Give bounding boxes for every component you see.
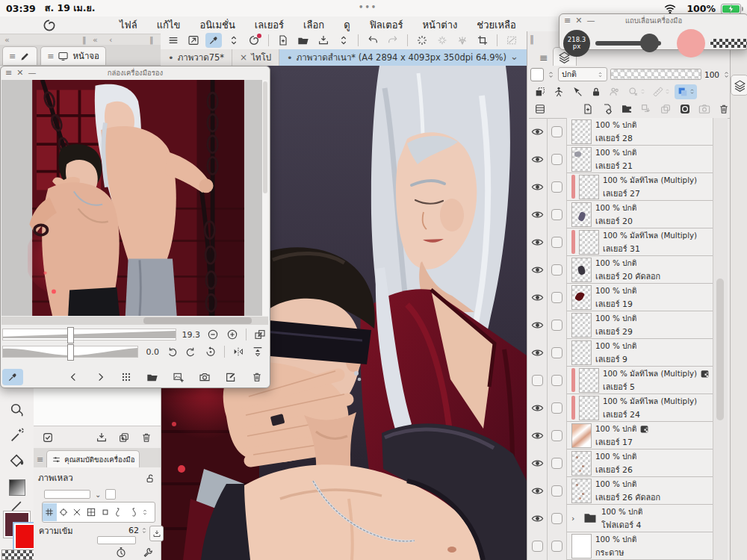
layer-visible-toggle[interactable]	[527, 422, 548, 449]
grid-dots-button[interactable]	[118, 370, 134, 385]
blend-mode-select[interactable]: ปกติ	[558, 67, 607, 81]
subview-image-area[interactable]	[1, 80, 262, 316]
window-close-icon[interactable]: ✕	[16, 68, 23, 78]
layer-thumbnail[interactable]	[571, 313, 592, 337]
layer-thumb-size[interactable]	[530, 68, 544, 81]
tool-palette-tab[interactable]: ≡	[2, 46, 37, 65]
trash-button[interactable]	[138, 430, 155, 445]
layer-row[interactable]: 100 % ปกติเลเยอร์ 19≡	[527, 284, 728, 311]
layer-row-content[interactable]: 100 % ปกติเลเยอร์ 26 คัดลอก≡	[567, 477, 728, 505]
new-doc-button[interactable]	[580, 102, 596, 116]
layer-thumbnail[interactable]	[579, 368, 599, 393]
layer-checkbox[interactable]	[548, 505, 567, 532]
camera-button[interactable]	[196, 370, 213, 385]
box-slash-button[interactable]	[503, 33, 520, 48]
new-folder-button[interactable]	[619, 102, 635, 116]
layer-visible-toggle[interactable]	[527, 228, 548, 256]
fit-screen-button[interactable]	[252, 327, 268, 342]
palette-menu-icon[interactable]: ≡	[539, 52, 548, 63]
layer-thumbnail[interactable]	[571, 423, 592, 448]
chev-left-button[interactable]	[66, 370, 82, 385]
layer-visible-toggle[interactable]	[527, 449, 548, 477]
camera-box-button[interactable]	[696, 102, 713, 116]
subview-window[interactable]: กล่องเครื่องมือรอง ≡ ✕ —	[0, 66, 270, 388]
rulerx-button[interactable]	[650, 84, 672, 99]
csp-logo-icon[interactable]	[41, 18, 58, 33]
open-folder-button[interactable]	[144, 370, 161, 385]
layer-checkbox[interactable]	[548, 339, 567, 367]
undo-button[interactable]	[365, 33, 381, 48]
document-tab[interactable]: ×ไทโป	[232, 49, 279, 66]
layer-color-button[interactable]	[675, 84, 697, 99]
zoom-slider[interactable]	[2, 329, 176, 340]
layer-row[interactable]: 100 % ปกติเลเยอร์ 28≡	[527, 118, 728, 146]
menu-item[interactable]: ไฟล์	[120, 17, 137, 33]
layer-row-content[interactable]: 100 % ปกติเลเยอร์ 20 คัดลอก≡	[567, 256, 728, 284]
window-menu-icon[interactable]: ≡	[564, 16, 571, 25]
layer-checkbox[interactable]	[548, 173, 567, 201]
close-tab-icon[interactable]: ×	[240, 52, 247, 63]
new-doc-button[interactable]	[275, 33, 291, 48]
layer-visible-toggle[interactable]	[527, 477, 548, 505]
minus-circle-button[interactable]	[205, 327, 221, 342]
window-minimize-icon[interactable]: —	[586, 16, 595, 25]
layer-row[interactable]: 100 % ปกติเลเยอร์ 21≡	[527, 146, 728, 173]
trash-button[interactable]	[249, 370, 265, 385]
stepper-button[interactable]	[226, 33, 242, 48]
lq-square-button[interactable]	[98, 503, 112, 521]
clipped-button[interactable]	[105, 489, 116, 500]
chevron-icon[interactable]: ⌄	[95, 491, 101, 499]
layer-checkbox[interactable]	[548, 477, 567, 505]
fill-tool[interactable]	[9, 452, 25, 469]
save-tray-button[interactable]	[93, 430, 110, 445]
menu-item[interactable]: ฟิลเตอร์	[370, 17, 403, 33]
rotate-slider[interactable]	[2, 346, 138, 358]
transparent-color-swatch[interactable]	[1, 550, 34, 560]
new-layer-gear-button[interactable]	[599, 102, 616, 116]
layer-checkbox[interactable]	[548, 118, 567, 146]
layer-row[interactable]: 100 % มัลทิไพล (Multiply)เลเยอร์ 27≡	[527, 173, 728, 201]
menu-item[interactable]: แก้ไข	[157, 17, 181, 33]
register-default-button[interactable]	[149, 526, 164, 541]
scroll-left[interactable]: ‹	[109, 35, 112, 45]
save-tray-button[interactable]	[315, 33, 332, 48]
merge-button[interactable]	[657, 102, 674, 116]
layer-checkbox[interactable]	[548, 201, 567, 228]
layer-visible-toggle[interactable]	[527, 311, 548, 339]
brush-size-indicator[interactable]: 218.3 px	[563, 30, 590, 57]
layer-row[interactable]: 100 % ปกติเลเยอร์ 20≡	[527, 201, 728, 228]
compose-button[interactable]	[223, 370, 239, 385]
stepper-button[interactable]	[335, 33, 352, 48]
rot-ccw-button[interactable]	[164, 344, 180, 359]
window-close-icon[interactable]: ✕	[575, 16, 582, 25]
layer-row-content[interactable]: 100 % มัลทิไพล (Multiply)เลเยอร์ 5≡	[567, 367, 728, 394]
rot-reset-button[interactable]	[202, 344, 219, 359]
layer-thumbnail[interactable]	[571, 479, 592, 503]
layer-list-scrollbar[interactable]	[713, 118, 728, 560]
eyedropper-button[interactable]	[205, 33, 222, 48]
layer-row[interactable]: 100 % ปกติเลเยอร์ 20 คัดลอก≡	[527, 256, 728, 284]
tool-slider-titlebar[interactable]: แถบเลื่อนเครื่องมือ ≡ ✕ —	[560, 14, 747, 27]
layer-row-content[interactable]: 100 % ปกติเลเยอร์ 9≡	[567, 339, 728, 367]
layer-checkbox[interactable]	[548, 422, 567, 449]
layer-row[interactable]: 100 % มัลทิไพล (Multiply)เลเยอร์ 5≡	[527, 367, 728, 394]
layer-row-content[interactable]: 100 % มัลทิไพล (Multiply)เลเยอร์ 31≡	[567, 228, 728, 256]
scrollbar-thumb[interactable]	[263, 81, 267, 193]
check-doc-button[interactable]	[40, 430, 56, 445]
stepper-icon[interactable]	[140, 526, 148, 535]
stepper-icon[interactable]	[547, 69, 555, 80]
list-split-button[interactable]	[532, 102, 548, 116]
sidebar-layers-tab[interactable]	[731, 75, 747, 96]
layer-thumbnail[interactable]	[571, 534, 592, 559]
subview-hscrollbar[interactable]	[1, 317, 268, 325]
lock-open-icon[interactable]	[145, 473, 156, 484]
layer-visible-toggle[interactable]	[527, 284, 548, 311]
layer-thumbnail[interactable]	[579, 175, 599, 199]
layer-thumbnail[interactable]	[571, 147, 592, 172]
layer-visible-toggle[interactable]	[527, 339, 548, 367]
layer-visible-toggle[interactable]	[527, 173, 548, 201]
burst-button[interactable]	[434, 33, 450, 48]
lq-twr-button[interactable]	[126, 503, 140, 521]
layer-row-content[interactable]: 100 % ปกติเลเยอร์ 19≡	[567, 284, 728, 311]
lq-twl-button[interactable]	[112, 503, 126, 521]
